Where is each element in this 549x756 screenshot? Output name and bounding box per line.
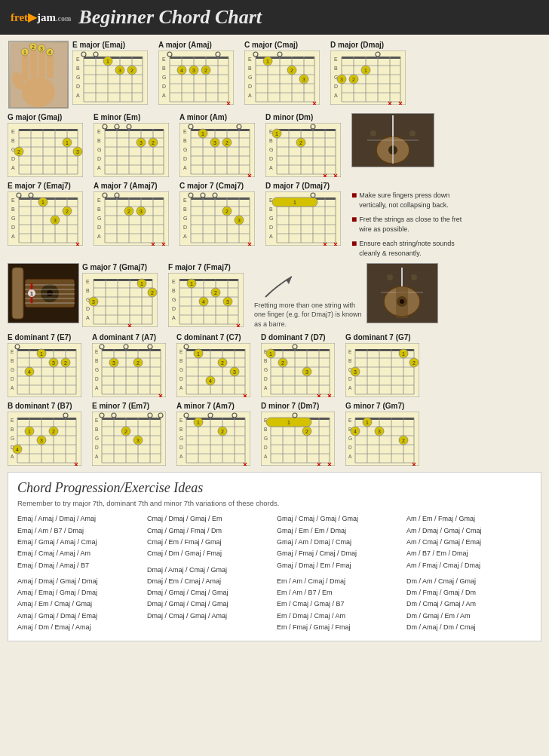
svg-rect-441 — [102, 349, 161, 351]
prog-item: Am / Cmaj / Gmaj / Emaj — [406, 537, 532, 548]
chord-amaj-diagram: E B G D A 4 3 — [158, 51, 234, 105]
chord-emaj-label: E major (Emaj) — [72, 41, 125, 49]
svg-text:B: B — [269, 138, 273, 143]
prog-item: Cmaj / Dm / Gmaj / Fmaj — [147, 548, 272, 559]
svg-rect-237 — [19, 197, 78, 200]
svg-text:×: × — [323, 172, 327, 177]
barre-info-section: Fretting more than one string with one f… — [254, 263, 363, 329]
svg-rect-21 — [84, 57, 143, 59]
svg-text:G: G — [179, 367, 183, 372]
svg-text:D: D — [162, 84, 166, 89]
svg-text:E: E — [183, 129, 187, 134]
svg-text:G: G — [269, 147, 273, 152]
svg-text:2: 2 — [221, 360, 224, 366]
chord-amaj7-label: A major 7 (Amaj7) — [94, 182, 158, 190]
svg-text:2: 2 — [352, 77, 355, 82]
header: fret▶jam.com Beginner Chord Chart — [0, 0, 549, 35]
svg-text:G: G — [11, 367, 14, 372]
svg-text:A: A — [11, 234, 15, 239]
svg-text:E: E — [76, 57, 80, 62]
svg-text:A: A — [95, 385, 99, 390]
svg-point-230 — [409, 130, 416, 136]
chord-cmaj7-label: C major 7 (Cmaj7) — [179, 182, 244, 190]
chord-gm7-label: G minor 7 (Gm7) — [345, 402, 404, 410]
chord-em7-diagram: EBGDA 2 3 — [92, 412, 166, 466]
svg-rect-495 — [271, 349, 330, 351]
svg-text:D: D — [264, 445, 268, 450]
svg-text:×: × — [412, 461, 416, 466]
chord-c7: C dominant 7 (C7) EBGDA 1 2 3 4 × — [176, 333, 259, 397]
svg-text:4: 4 — [16, 447, 19, 452]
svg-text:D: D — [264, 376, 268, 381]
svg-text:B: B — [264, 358, 267, 363]
svg-text:A: A — [97, 165, 101, 170]
prog-item: Gmaj / Am / Dmaj / Cmaj — [277, 537, 402, 548]
tip-1-text: Make sure fingers press down vertically,… — [359, 191, 472, 210]
chord-row-1: 1 2 3 4 E major (Emaj) E B G D — [8, 41, 541, 109]
chord-gmaj7: G major 7 (Gmaj7) E B G D A — [82, 263, 165, 327]
svg-text:4: 4 — [354, 429, 357, 434]
svg-text:4: 4 — [202, 299, 205, 305]
svg-text:E: E — [11, 129, 15, 134]
svg-text:3: 3 — [112, 360, 115, 366]
svg-point-337 — [47, 290, 53, 296]
svg-text:D: D — [76, 84, 80, 89]
chord-am7-label: A minor 7 (Am7) — [176, 402, 235, 410]
svg-text:D: D — [11, 376, 14, 381]
prog-item: Emaj / Gmaj / Amaj / Cmaj — [17, 537, 143, 548]
svg-text:E: E — [11, 197, 15, 203]
chord-dmaj-label: D major (Dmaj) — [330, 41, 384, 49]
chord-amaj-label: A major (Amaj) — [158, 41, 212, 49]
svg-text:B: B — [348, 358, 351, 363]
chord-dm: D minor (Dm) E B G D A — [265, 113, 348, 177]
svg-rect-264 — [105, 197, 164, 200]
svg-point-407 — [400, 299, 404, 304]
chord-b7: B dominant 7 (B7) EBGDA 4 1 2 3 × — [8, 402, 90, 466]
chord-dmaj: D major (Dmaj) E B G D A — [330, 41, 413, 105]
prog-item: Gmaj / Dmaj / Em / Fmaj — [277, 560, 402, 571]
svg-text:B: B — [11, 358, 14, 363]
chord-gm7: G minor 7 (Gm7) EBGDA 1 4 3 2 × — [345, 402, 428, 466]
svg-text:E: E — [97, 129, 101, 134]
svg-text:3: 3 — [378, 429, 381, 434]
svg-text:D: D — [179, 376, 183, 381]
svg-text:G: G — [183, 216, 187, 221]
prog-item: Emaj / Cmaj / Amaj / Am — [17, 548, 143, 559]
svg-text:D: D — [183, 156, 187, 161]
svg-text:G: G — [162, 75, 166, 80]
progressions-grid: Emaj / Amaj / Dmaj / Amaj Emaj / Am / B7… — [17, 513, 532, 633]
svg-text:1: 1 — [41, 200, 44, 205]
svg-text:×: × — [243, 461, 247, 466]
svg-text:2: 2 — [136, 360, 140, 366]
svg-text:G: G — [264, 367, 268, 372]
chord-d7-label: D dominant 7 (D7) — [261, 333, 326, 341]
prog-item: Dm / Cmaj / Gmaj / Am — [406, 598, 532, 610]
tip-1: ■ Make sure fingers press down verticall… — [351, 191, 472, 210]
prog-item: Dmaj / Gmaj / Cmaj / Gmaj — [147, 598, 272, 610]
chord-amaj7-diagram: E B G D A 2 3 — [94, 191, 169, 246]
svg-text:1: 1 — [40, 351, 43, 357]
svg-text:3: 3 — [213, 140, 216, 145]
svg-text:3: 3 — [40, 46, 43, 51]
chord-g7-diagram: EBGDA 1 2 3 — [345, 343, 419, 397]
svg-text:4: 4 — [209, 378, 212, 384]
svg-text:E: E — [179, 418, 183, 423]
svg-text:3: 3 — [118, 68, 121, 73]
tip-bullet-2: ■ — [351, 215, 357, 224]
chord-e7-diagram: EBGDA 1 3 2 4 — [8, 343, 81, 397]
svg-text:D: D — [97, 225, 101, 230]
svg-text:2: 2 — [66, 209, 69, 214]
chord-am: A minor (Am) E B G D A — [179, 113, 262, 177]
svg-point-1 — [22, 77, 55, 107]
prog-item: Dm / Gmaj / Em / Am — [406, 611, 532, 622]
svg-rect-47 — [170, 57, 228, 59]
svg-text:B: B — [97, 138, 101, 143]
svg-text:2: 2 — [281, 360, 284, 366]
chord-cmaj: C major (Cmaj) E B G D A — [244, 41, 327, 105]
svg-text:B: B — [95, 358, 98, 363]
prog-item: Dm / Am / Cmaj / Gmaj — [406, 576, 532, 587]
svg-text:G: G — [172, 297, 176, 302]
svg-text:×: × — [333, 172, 338, 177]
chord-row-2: G major (Gmaj) E B G D A — [8, 113, 541, 177]
chord-amaj7: A major 7 (Amaj7) E B G D A — [94, 182, 176, 246]
